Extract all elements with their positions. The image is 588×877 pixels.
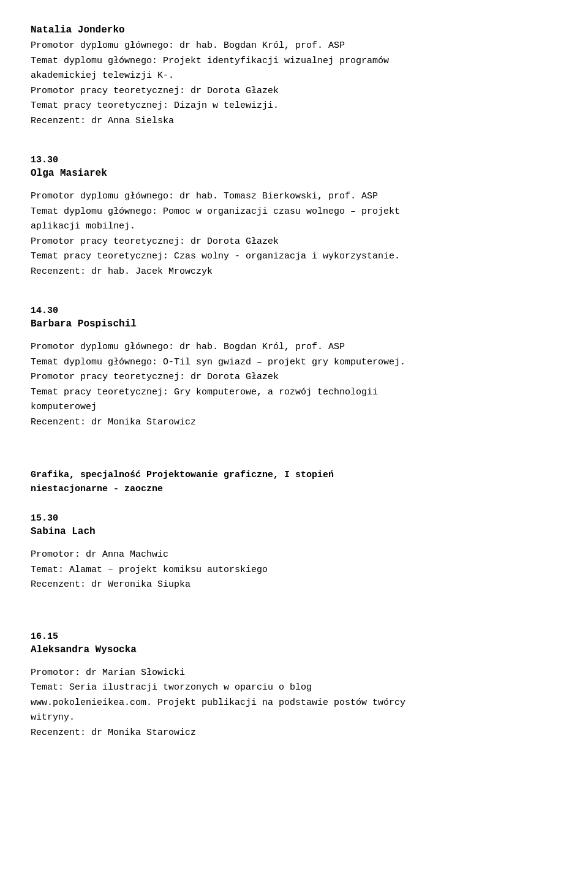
olga-line-3: aplikacji mobilnej. xyxy=(31,220,557,234)
natalia-line-3: akademickiej telewizji K-. xyxy=(31,69,557,83)
sabina-time: 15.30 xyxy=(31,513,557,524)
sabina-section: 15.30 Sabina Lach Promotor: dr Anna Mach… xyxy=(31,513,557,592)
barbara-line-2: Temat dyplomu głównego: O-Til syn gwiazd… xyxy=(31,356,557,370)
barbara-line-5: komputerowej xyxy=(31,401,557,415)
aleksandra-time: 16.15 xyxy=(31,631,557,642)
sabina-name: Sabina Lach xyxy=(31,526,557,537)
barbara-line-4: Temat pracy teoretycznej: Gry komputerow… xyxy=(31,386,557,400)
aleksandra-name: Aleksandra Wysocka xyxy=(31,644,557,655)
natalia-line-6: Recenzent: dr Anna Sielska xyxy=(31,115,557,129)
barbara-line-1: Promotor dyplomu głównego: dr hab. Bogda… xyxy=(31,341,557,355)
aleksandra-line-2: Temat: Seria ilustracji tworzonych w opa… xyxy=(31,681,557,695)
olga-time: 13.30 xyxy=(31,155,557,165)
sabina-line-3: Recenzent: dr Weronika Siupka xyxy=(31,578,557,592)
aleksandra-line-4: witryny. xyxy=(31,711,557,725)
aleksandra-line-1: Promotor: dr Marian Słowicki xyxy=(31,666,557,680)
natalia-line-1: Promotor dyplomu głównego: dr hab. Bogda… xyxy=(31,39,557,53)
barbara-line-3: Promotor pracy teoretycznej: dr Dorota G… xyxy=(31,371,557,385)
natalia-line-2: Temat dyplomu głównego: Projekt identyfi… xyxy=(31,55,557,69)
olga-line-6: Recenzent: dr hab. Jacek Mrowczyk xyxy=(31,265,557,279)
olga-line-5: Temat pracy teoretycznej: Czas wolny - o… xyxy=(31,250,557,264)
page-content: Natalia Jonderko Promotor dyplomu główne… xyxy=(31,24,557,740)
aleksandra-line-3: www.pokolenieikea.com. Projekt publikacj… xyxy=(31,696,557,710)
barbara-time: 14.30 xyxy=(31,306,557,316)
olga-line-4: Promotor pracy teoretycznej: dr Dorota G… xyxy=(31,235,557,249)
barbara-line-6: Recenzent: dr Monika Starowicz xyxy=(31,416,557,430)
olga-section: 13.30 Olga Masiarek Promotor dyplomu głó… xyxy=(31,155,557,279)
aleksandra-section: 16.15 Aleksandra Wysocka Promotor: dr Ma… xyxy=(31,631,557,740)
sabina-line-2: Temat: Alamat – projekt komiksu autorski… xyxy=(31,563,557,578)
natalia-name: Natalia Jonderko xyxy=(31,24,557,36)
olga-name: Olga Masiarek xyxy=(31,168,557,179)
natalia-line-5: Temat pracy teoretycznej: Dizajn w telew… xyxy=(31,99,557,113)
grafika-header: Grafika, specjalność Projektowanie grafi… xyxy=(31,469,557,496)
natalia-line-4: Promotor pracy teoretycznej: dr Dorota G… xyxy=(31,85,557,99)
barbara-section: 14.30 Barbara Pospischil Promotor dyplom… xyxy=(31,306,557,429)
sabina-line-1: Promotor: dr Anna Machwic xyxy=(31,548,557,562)
olga-line-1: Promotor dyplomu głównego: dr hab. Tomas… xyxy=(31,190,557,204)
barbara-name: Barbara Pospischil xyxy=(31,318,557,329)
aleksandra-line-5: Recenzent: dr Monika Starowicz xyxy=(31,726,557,740)
natalia-section: Natalia Jonderko Promotor dyplomu główne… xyxy=(31,24,557,128)
olga-line-2: Temat dyplomu głównego: Pomoc w organiza… xyxy=(31,205,557,219)
